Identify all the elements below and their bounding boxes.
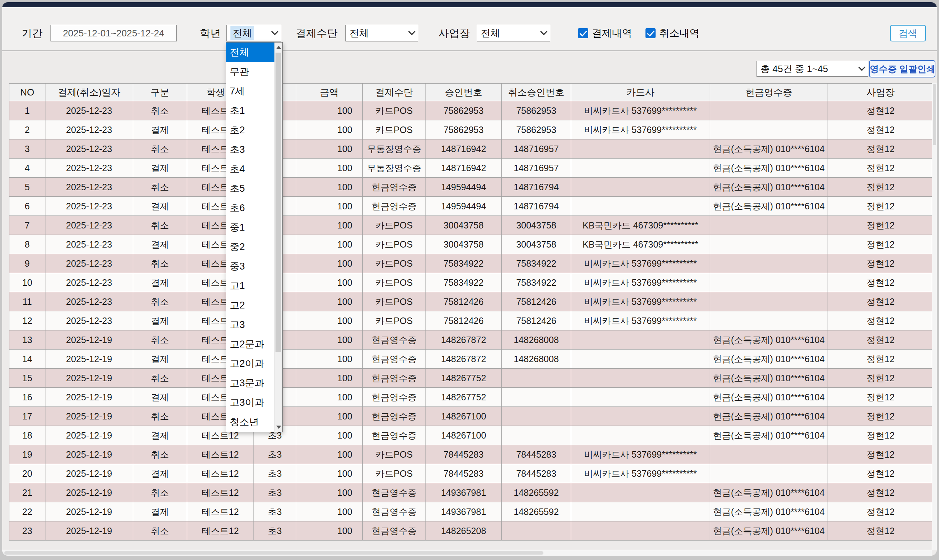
table-cell: 정현12	[828, 273, 934, 292]
table-row[interactable]: 22025-12-23결제테스트12초3100카드POS758629537586…	[9, 120, 934, 140]
table-row[interactable]: 132025-12-19취소테스트12초3100현금영수증14826787214…	[9, 331, 934, 349]
table-cell: 테스트12	[187, 445, 254, 464]
table-row[interactable]: 42025-12-23결제테스트12초3100무통장영수증14871694214…	[9, 158, 934, 178]
table-cell: 취소	[133, 407, 187, 426]
grade-option[interactable]: 초6	[226, 198, 274, 218]
receipt-print-button[interactable]: 영수증 일괄인쇄	[869, 60, 935, 77]
table-row[interactable]: 202025-12-19결제테스트12초3100카드POS78445283784…	[9, 464, 934, 483]
table-cell: 카드POS	[363, 254, 426, 273]
grade-option[interactable]: 청소년	[226, 412, 274, 432]
table-cell: 148267100	[426, 407, 502, 426]
table-cell: 1	[9, 101, 45, 120]
column-header: 카드사	[571, 84, 710, 101]
table-row[interactable]: 92025-12-23취소테스트12초3100카드POS758349227583…	[9, 254, 934, 273]
table-row[interactable]: 52025-12-23취소테스트12초3100현금영수증149594494148…	[9, 178, 934, 197]
result-count-select[interactable]: 총 45건 중 1~45	[757, 61, 868, 77]
vertical-scrollbar-thumb[interactable]	[933, 84, 936, 145]
scroll-down-icon[interactable]	[275, 422, 282, 432]
grade-option[interactable]: 고3이과	[226, 393, 274, 412]
search-button[interactable]: 검색	[890, 25, 926, 42]
cancel-history-checkbox[interactable]: 취소내역	[646, 25, 700, 42]
scroll-up-icon[interactable]	[275, 43, 282, 52]
table-row[interactable]: 162025-12-19결제테스트12초3100현금영수증148267752현금…	[9, 388, 934, 407]
grade-option[interactable]: 중1	[226, 218, 274, 237]
table-row[interactable]: 152025-12-19취소테스트12초3100현금영수증148267752현금…	[9, 369, 934, 388]
grade-option[interactable]: 전체	[226, 43, 274, 62]
table-cell: 현금(소득공제) 010****6104	[710, 483, 828, 502]
table-cell	[571, 197, 710, 216]
table-cell: 정현12	[828, 197, 934, 216]
table-row[interactable]: 82025-12-23결제테스트12초3100카드POS300437583004…	[9, 235, 934, 254]
payment-method-select[interactable]: 전체	[345, 25, 418, 42]
table-row[interactable]: 142025-12-19결제테스트12초3100현금영수증14826787214…	[9, 349, 934, 369]
table-row[interactable]: 32025-12-23취소테스트12초3100무통장영수증14871694214…	[9, 140, 934, 158]
table-row[interactable]: 72025-12-23취소테스트12초3100카드POS300437583004…	[9, 216, 934, 235]
table-cell: 결제	[133, 464, 187, 483]
table-row[interactable]: 12025-12-23취소테스트12초3100카드POS758629537586…	[9, 101, 934, 120]
table-cell	[710, 235, 828, 254]
grade-option[interactable]: 중3	[226, 257, 274, 276]
grade-option[interactable]: 고3	[226, 315, 274, 334]
checkbox-checked-icon	[578, 28, 588, 38]
grade-option[interactable]: 7세	[226, 82, 274, 101]
table-cell: 100	[296, 101, 363, 120]
table-row[interactable]: 172025-12-19취소테스트12초3100현금영수증148267100현금…	[9, 407, 934, 426]
grade-dropdown-scrollbar-thumb[interactable]	[276, 52, 281, 352]
table-row[interactable]: 222025-12-19결제테스트12초3100현금영수증14936798114…	[9, 502, 934, 522]
table-cell: 11	[9, 292, 45, 311]
business-select[interactable]: 전체	[477, 25, 550, 42]
table-cell: 취소	[133, 445, 187, 464]
grade-option[interactable]: 초3	[226, 140, 274, 159]
grade-select[interactable]: 전체	[227, 25, 281, 42]
table-row[interactable]: 232025-12-19취소테스트12초3100현금영수증148265208현금…	[9, 522, 934, 540]
table-row[interactable]: 122025-12-23결제테스트12초3100카드POS75812426758…	[9, 311, 934, 331]
grade-dropdown-scrollbar[interactable]	[274, 43, 282, 432]
grade-option[interactable]: 중2	[226, 237, 274, 257]
table-cell: 정현12	[828, 522, 934, 540]
grade-option[interactable]: 초1	[226, 101, 274, 120]
grade-dropdown-options: 전체무관7세초1초2초3초4초5초6중1중2중3고1고2고3고2문과고2이과고3…	[226, 43, 274, 432]
table-row[interactable]: 212025-12-19취소테스트12초3100현금영수증14936798114…	[9, 483, 934, 502]
table-cell: 148267872	[426, 331, 502, 349]
grade-option[interactable]: 초4	[226, 159, 274, 179]
table-cell: 148265592	[502, 483, 571, 502]
vertical-scrollbar[interactable]	[932, 83, 937, 550]
table-cell: 취소	[133, 178, 187, 197]
horizontal-scrollbar-thumb[interactable]	[4, 551, 543, 555]
table-cell: 정현12	[828, 120, 934, 140]
table-cell: 2025-12-23	[45, 101, 133, 120]
table-cell: 결제	[133, 273, 187, 292]
table-cell: 현금영수증	[363, 388, 426, 407]
table-cell: 현금영수증	[363, 331, 426, 349]
grade-option[interactable]: 고3문과	[226, 373, 274, 393]
table-row[interactable]: 182025-12-19결제테스트12초3100현금영수증148267100현금…	[9, 426, 934, 445]
table-row[interactable]: 192025-12-19취소테스트12초3100카드POS78445283784…	[9, 445, 934, 464]
grade-option[interactable]: 무관	[226, 62, 274, 82]
grade-option[interactable]: 고2이과	[226, 354, 274, 373]
table-row[interactable]: 112025-12-23취소테스트12초3100카드POS75812426758…	[9, 292, 934, 311]
period-input[interactable]: 2025-12-01~2025-12-24	[51, 25, 177, 42]
table-cell: 초3	[254, 464, 296, 483]
table-cell: 현금(소득공제) 010****6104	[710, 349, 828, 369]
grade-option[interactable]: 고2문과	[226, 334, 274, 354]
table-cell: 취소	[133, 140, 187, 158]
table-row[interactable]: 62025-12-23결제테스트12초3100현금영수증149594494148…	[9, 197, 934, 216]
table-cell: 75862953	[426, 120, 502, 140]
grade-option[interactable]: 고1	[226, 276, 274, 295]
table-cell: 75812426	[426, 292, 502, 311]
table-row[interactable]: 102025-12-23결제테스트12초3100카드POS75834922758…	[9, 273, 934, 292]
table-cell: 100	[296, 388, 363, 407]
grade-option[interactable]: 고2	[226, 295, 274, 315]
table-cell: 정현12	[828, 407, 934, 426]
table-cell: 결제	[133, 197, 187, 216]
grade-option[interactable]: 초2	[226, 120, 274, 140]
column-header: 금액	[296, 84, 363, 101]
horizontal-scrollbar[interactable]	[2, 550, 932, 556]
payment-history-checkbox[interactable]: 결제내역	[578, 25, 632, 42]
table-cell: 75834922	[426, 273, 502, 292]
table-cell	[710, 464, 828, 483]
table-cell: 테스트12	[187, 464, 254, 483]
payments-table: NO결제(취소)일자구분학생명학년금액결제수단승인번호취소승인번호카드사현금영수…	[9, 83, 934, 540]
grade-option[interactable]: 초5	[226, 179, 274, 198]
table-cell: 정현12	[828, 254, 934, 273]
